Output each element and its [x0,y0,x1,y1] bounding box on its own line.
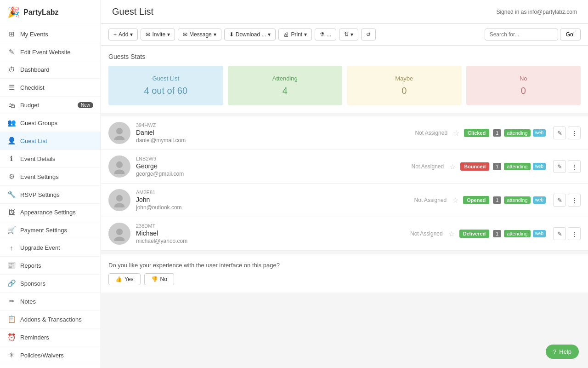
more-button-2[interactable]: ⋮ [568,194,581,207]
sidebar-item-event-details[interactable]: ℹ Event Details [0,150,101,168]
sidebar-label-budget: Budget [20,102,39,109]
refresh-button[interactable]: ↺ [361,29,376,40]
sidebar-label-reports: Reports [20,262,41,269]
guest-avatar-2 [108,189,130,211]
add-label: Add [119,31,128,38]
star-icon-2[interactable]: ☆ [452,196,458,205]
rsvp-attending-badge-1: attending [504,163,530,170]
invite-label: Invite [152,31,165,38]
thumbs-down-icon: 👎 [151,276,158,282]
stat-card-guest-list: Guest List 4 out of 60 [108,66,223,105]
go-button[interactable]: Go! [560,29,581,40]
message-button[interactable]: ✉ Message ▾ [178,29,221,40]
edit-button-1[interactable]: ✎ [553,160,566,173]
message-chevron-icon: ▾ [214,31,216,38]
reports-icon: 📰 [7,261,16,270]
sidebar-item-edit-event-website[interactable]: ✎ Edit Event Website [0,43,101,61]
sidebar-item-payment-settings[interactable]: 🛒 Payment Settings [0,221,101,239]
guest-assignment-1: Not Assigned [398,163,444,170]
table-row: 238DMT Michael michael@yahoo.com Not Ass… [101,217,588,251]
sidebar-item-reminders[interactable]: ⏰ Reminders [0,328,101,346]
invite-button[interactable]: ✉ Invite ▾ [141,29,175,40]
sort-button[interactable]: ⇅ ▾ [339,29,358,40]
sidebar-item-checklist[interactable]: ☰ Checklist [0,79,101,97]
star-icon-0[interactable]: ☆ [453,129,459,138]
addons-transactions-icon: 📋 [7,315,16,323]
sidebar-item-upgrade-event[interactable]: ↑ Upgrade Event [0,239,101,257]
download-label: Download ... [236,31,266,38]
edit-button-2[interactable]: ✎ [553,194,566,207]
sidebar-item-budget[interactable]: 🛍 Budget New [0,97,101,114]
print-icon: 🖨 [283,31,289,38]
stat-label-maybe: Maybe [354,75,454,82]
sidebar-item-dashboard[interactable]: ⏱ Dashboard [0,61,101,79]
sidebar-label-payment-settings: Payment Settings [20,227,67,234]
add-button[interactable]: + Add ▾ [108,29,138,40]
sidebar-item-reports[interactable]: 📰 Reports [0,257,101,275]
svg-point-0 [116,128,123,134]
print-button[interactable]: 🖨 Print ▾ [278,29,312,40]
action-icons-3: ✎ ⋮ [553,227,581,240]
filter-button[interactable]: ⚗ ... [315,29,336,40]
sidebar-item-policies-waivers[interactable]: ✳ Policies/Waivers [0,346,101,364]
download-chevron-icon: ▾ [268,31,271,38]
sidebar-item-rsvp-settings[interactable]: 🔧 RSVP Settings [0,186,101,204]
search-input[interactable] [485,29,558,40]
sidebar-label-checklist: Checklist [20,84,45,91]
guest-avatar-0 [108,122,130,144]
star-icon-1[interactable]: ☆ [449,162,456,171]
sidebar-item-event-settings[interactable]: ⚙ Event Settings [0,168,101,186]
stats-section: Guests Stats Guest List 4 out of 60 Atte… [101,46,588,113]
action-icons-0: ✎ ⋮ [553,126,581,139]
guest-email-0: daniel@mymail.com [136,137,401,144]
email-status-badge-2: Opened [463,196,489,204]
stat-card-no: No 0 [466,66,581,105]
help-label: Help [559,348,571,355]
guest-assignment-0: Not Assigned [401,130,447,136]
feedback-no-button[interactable]: 👎 No [144,273,174,285]
sidebar-item-addons-transactions[interactable]: 📋 Addons & Transactions [0,310,101,328]
add-chevron-icon: ▾ [130,31,133,38]
stat-value-attending: 4 [235,86,335,96]
sidebar-item-appearance-settings[interactable]: 🖼 Appearance Settings [0,204,101,221]
more-button-3[interactable]: ⋮ [568,227,581,240]
sidebar-item-notes[interactable]: ✏ Notes [0,293,101,310]
sidebar-label-event-details: Event Details [20,155,56,162]
event-settings-icon: ⚙ [7,172,16,181]
sidebar-label-upgrade-event: Upgrade Event [20,244,60,251]
sidebar-item-sponsors[interactable]: 🔗 Sponsors [0,275,101,293]
sort-icon: ⇅ [344,31,349,38]
plus-icon: + [113,31,117,38]
feedback-yes-button[interactable]: 👍 Yes [108,273,141,285]
refresh-icon: ↺ [366,31,371,38]
sidebar-label-rsvp-settings: RSVP Settings [20,191,60,198]
content-area: Guests Stats Guest List 4 out of 60 Atte… [101,46,588,368]
guest-list-section: 394HWZ Daniel daniel@mymail.com Not Assi… [101,116,588,251]
toolbar: + Add ▾ ✉ Invite ▾ ✉ Message ▾ ⬇ Downloa… [101,24,588,46]
guest-code-0: 394HWZ [136,122,401,128]
edit-button-3[interactable]: ✎ [553,227,566,240]
more-button-1[interactable]: ⋮ [568,160,581,173]
star-icon-3[interactable]: ☆ [448,230,455,238]
more-button-0[interactable]: ⋮ [568,126,581,139]
action-icons-2: ✎ ⋮ [553,194,581,207]
download-button[interactable]: ⬇ Download ... ▾ [224,29,276,40]
sidebar-item-my-events[interactable]: ⊞ My Events [0,25,101,43]
sidebar-label-addons-transactions: Addons & Transactions [20,316,82,323]
sidebar-item-guest-list[interactable]: 👤 Guest List [0,132,101,150]
sidebar-item-guest-groups[interactable]: 👥 Guest Groups [0,114,101,132]
filter-icon: ⚗ [320,31,325,38]
rsvp-web-badge-2: web [533,196,546,204]
help-icon: ? [553,348,556,355]
edit-button-0[interactable]: ✎ [553,126,566,139]
help-button[interactable]: ? Help [546,345,579,359]
guest-name-3: Michael [136,230,397,237]
sidebar-label-notes: Notes [20,298,36,305]
upgrade-event-icon: ↑ [7,244,16,252]
svg-point-7 [114,236,124,241]
count-badge-2: 1 [493,196,501,204]
app-logo[interactable]: 🎉 PartyLabz [0,0,101,25]
stat-card-maybe: Maybe 0 [347,66,462,105]
feedback-question: Do you like your experience with the use… [108,262,581,269]
message-label: Message [189,31,212,38]
